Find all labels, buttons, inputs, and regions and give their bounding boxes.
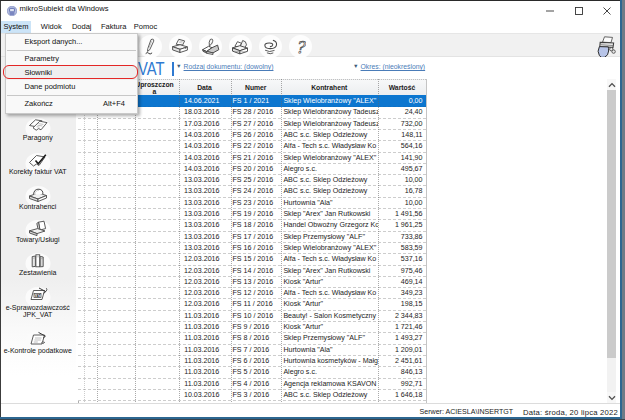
column-header-Wartość[interactable]: Wartość — [378, 80, 427, 96]
cell-wartosc: 992,71 — [378, 379, 423, 389]
cell-kontrahent: Sklep Wielobranżowy "ALEX" — [281, 96, 378, 106]
cell-numer: FS 9 / 2016 — [231, 322, 282, 332]
table-row[interactable]: 17.03.2016FS 27 / 2016Sklep Wielobranżow… — [78, 119, 427, 130]
table-row[interactable]: 14.03.2016FS 20 / 2016Alegro s.c.495,67 — [78, 164, 427, 175]
cell-wartosc: 537,16 — [378, 254, 423, 264]
menu-item-dane-podmiotu[interactable]: Dane podmiotu — [6, 80, 138, 94]
table-row[interactable]: 13.03.2016FS 17 / 2016Sklep Przemysłowy … — [78, 232, 427, 243]
sidebar-item-kontrahenci[interactable]: Kontrahenci — [0, 184, 76, 211]
minimize-button[interactable] — [536, 0, 564, 21]
table-row[interactable]: 12.03.2016FS 15 / 2016Alfa - Tech s.c. W… — [78, 254, 427, 265]
maximize-button[interactable] — [565, 0, 593, 21]
cell-wartosc: 1 209,01 — [378, 345, 423, 355]
menu-item-zakończ[interactable]: ZakończAlt+F4 — [6, 97, 138, 111]
table-row[interactable]: 14.03.2016FS 21 / 2016Sklep Wielobranżow… — [78, 153, 427, 164]
column-header-Uproszczona[interactable]: Uproszczona — [135, 80, 179, 96]
menubar-item-widok[interactable]: Widok — [37, 21, 66, 33]
sidebar-item-towary-uslugi[interactable]: Towary/Usługi — [0, 217, 76, 244]
table-row[interactable]: 10.03.2016FS 3 / 2016ABC s.c. Sklep Odzi… — [78, 390, 427, 401]
cell-data: 13.03.2016 — [179, 175, 226, 185]
cell-numer: FS 27 / 2016 — [231, 119, 282, 129]
printer-icon — [170, 37, 190, 56]
cell-numer: FS 12 / 2016 — [231, 288, 282, 298]
cell-data: 12.03.2016 — [179, 266, 226, 276]
toolbar-button-6[interactable]: ? — [289, 35, 312, 58]
cell-numer: FS 26 / 2016 — [231, 130, 282, 140]
cell-data: 11.03.2016 — [179, 379, 226, 389]
menu-item-parametry[interactable]: Parametry — [6, 52, 138, 66]
toolbar-button-4[interactable] — [229, 35, 252, 58]
sidebar-item-paragony[interactable]: Paragony — [0, 116, 76, 142]
table-row[interactable]: 12.03.2016FS 14 / 2016Sklep "Arex" Jan R… — [78, 266, 427, 277]
table-row[interactable]: 12.03.2016FS 12 / 2016Alfa - Tech s.c. W… — [78, 288, 427, 299]
check-doc-icon — [26, 153, 50, 168]
status-date: Data: środa, 20 lipca 2022 — [523, 408, 618, 417]
scroll-down-button[interactable] — [607, 392, 616, 403]
cell-data: 13.03.2016 — [179, 220, 226, 230]
table-row[interactable]: 11.03.2016FS 6 / 2016Hurtownia kosmetykó… — [78, 356, 427, 367]
toolbar-print-button[interactable] — [596, 36, 617, 57]
cell-data: 13.03.2016 — [179, 186, 226, 196]
sidebar-item-e-kontrole-podatkowe[interactable]: e-Kontrole podatkowe — [0, 328, 76, 355]
column-header-Data[interactable]: Data — [179, 80, 231, 96]
vertical-scrollbar[interactable] — [607, 79, 616, 403]
column-header-Numer[interactable]: Numer — [231, 80, 282, 96]
chevron-down-icon: ▼ — [176, 63, 182, 69]
filter-document-type-label: Rodzaj dokumentu: (dowolny) — [184, 63, 274, 70]
table-row[interactable]: 11.03.2016FS 4 / 2016Agencja reklamowa K… — [78, 379, 427, 390]
cell-kontrahent: Alegro s.c. — [281, 164, 378, 174]
sidebar-item-label: Korekty faktur VAT — [0, 168, 76, 176]
table-row[interactable]: 12.03.2016FS 13 / 2016Kiosk "Artur"469,1… — [78, 277, 427, 288]
cell-kontrahent: Hurtownia "Ala" — [281, 198, 378, 208]
toolbar-button-2[interactable] — [169, 35, 192, 58]
toolbar-button-5[interactable] — [259, 35, 282, 58]
sidebar-item-e-sprawozdawczosc-jpk-vat[interactable]: VATe-SprawozdawczośćJPK_VAT — [0, 285, 76, 320]
cell-wartosc: 975,46 — [378, 266, 423, 276]
chevron-down-icon: ▼ — [353, 63, 359, 69]
table-row[interactable]: 11.03.2016FS 10 / 2016Beauty! - Salon Ko… — [78, 311, 427, 322]
check-doc-icon — [0, 153, 76, 168]
scrollbar-thumb[interactable] — [607, 90, 616, 358]
cell-data: 13.03.2016 — [179, 198, 226, 208]
cell-kontrahent: Sklep Wielobranżowy Tadeusz — [281, 107, 378, 117]
table-row[interactable]: 13.03.2016FS 16 / 2016Sklep Wielobranżow… — [78, 243, 427, 254]
menu-item-słowniki[interactable]: Słowniki — [6, 66, 138, 80]
table-row[interactable]: 11.03.2016FS 7 / 2016Hurtownia "Ala"1 20… — [78, 345, 427, 356]
econtrol-doc-icon — [26, 331, 50, 347]
menubar-item-system[interactable]: System — [1, 21, 31, 33]
cell-numer: FS 15 / 2016 — [231, 254, 282, 264]
table-row[interactable]: 12.03.2016FS 11 / 2016Kiosk "Artur"198,1… — [78, 299, 427, 310]
sidebar-item-label: Zestawienia — [0, 269, 76, 277]
sidebar-item-zestawienia[interactable]: Zestawienia — [0, 250, 76, 277]
table-row[interactable]: 11.03.2016FS 9 / 2016Kiosk "Artur"1 721,… — [78, 322, 427, 333]
table-row[interactable]: 13.03.2016FS 23 / 2016Hurtownia "Ala"10,… — [78, 198, 427, 209]
cell-numer: FS 28 / 2016 — [231, 107, 282, 117]
scroll-up-button[interactable] — [607, 79, 616, 90]
table-row[interactable]: 11.03.2016FS 8 / 2016Sklep Przemysłowy "… — [78, 333, 427, 344]
sidebar-item-label-line: e-Kontrole podatkowe — [0, 347, 76, 355]
table-row[interactable]: 13.03.2016FS 19 / 2016Sklep "Arex" Jan R… — [78, 209, 427, 220]
menubar-item-pomoc[interactable]: Pomoc — [131, 21, 160, 33]
column-header-Kontrahent[interactable]: Kontrahent — [281, 80, 378, 96]
table-row[interactable]: 13.03.2016FS 24 / 2016ABC s.c. Sklep Odz… — [78, 186, 427, 197]
sidebar-item-label-line: e-Sprawozdawczość — [0, 304, 76, 312]
menubar-item-dodaj[interactable]: Dodaj — [68, 21, 97, 33]
sidebar-item-label: Kontrahenci — [0, 203, 76, 211]
title-bar: mikroSubiekt dla Windows — [0, 0, 622, 21]
toolbar-button-1[interactable] — [139, 35, 162, 58]
cell-wartosc: 733,86 — [378, 232, 423, 242]
sidebar-item-label-line: Paragony — [0, 134, 76, 142]
filter-document-type[interactable]: ▼Rodzaj dokumentu: (dowolny) — [176, 63, 273, 70]
table-row[interactable]: 14.03.2016FS 22 / 2016Alfa - Tech s.c. W… — [78, 141, 427, 152]
cell-data: 14.03.2016 — [179, 141, 226, 151]
filter-period[interactable]: ▼Okres: (nieokreślony) — [353, 63, 425, 70]
menubar-item-faktura[interactable]: Faktura — [98, 21, 130, 33]
menu-item-eksport-danych-[interactable]: Eksport danych... — [6, 35, 138, 49]
table-row[interactable]: 13.03.2016FS 18 / 2016Handel Obwoźny Grz… — [78, 220, 427, 231]
close-button[interactable] — [593, 0, 621, 21]
table-row[interactable]: 11.03.2016FS 5 / 2016Alegro s.c.846,13 — [78, 367, 427, 378]
toolbar-button-3[interactable] — [199, 35, 222, 58]
table-row[interactable]: 13.03.2016FS 25 / 2016ABC s.c. Sklep Odz… — [78, 175, 427, 186]
sidebar-item-korekty-faktur-vat[interactable]: Korekty faktur VAT — [0, 150, 76, 176]
table-row[interactable]: 14.03.2016FS 26 / 2016ABC s.c. Sklep Odz… — [78, 130, 427, 141]
